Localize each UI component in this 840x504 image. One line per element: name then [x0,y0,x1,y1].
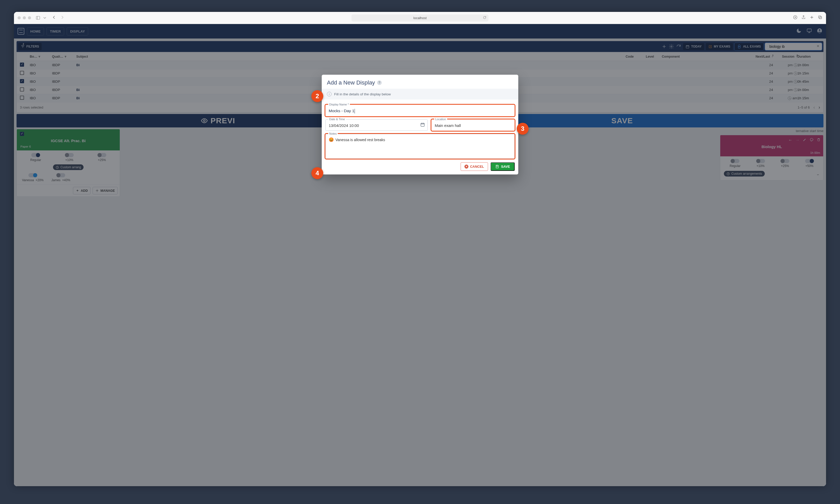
back-button[interactable] [52,15,56,21]
modal-actions: ✕ CANCEL SAVE [322,162,518,175]
svg-rect-4 [819,17,822,19]
share-icon[interactable] [801,15,806,21]
traffic-lights[interactable] [18,16,31,19]
callout-3: 3 [517,123,529,134]
emoji-icon: 😡 [329,138,334,142]
calendar-icon[interactable] [420,122,425,128]
modal-strip: i Fill in the details of the display bel… [322,89,518,100]
plus-icon[interactable] [809,15,814,21]
location-input[interactable] [435,123,511,128]
datetime-field[interactable]: Date & Time 13/04/2024 10:00 [325,120,428,131]
url-bar[interactable]: localhost [351,15,489,21]
tabs-icon[interactable] [818,15,822,21]
info-icon: i [327,92,332,96]
help-icon[interactable]: ? [377,80,382,85]
browser-chrome: localhost [14,12,826,24]
svg-rect-3 [819,16,821,18]
download-icon[interactable] [793,15,798,21]
url-text: localhost [413,16,426,20]
app: HOME TIMER DISPLAY 2 FILTERS [14,24,826,486]
forward-button[interactable] [60,15,65,21]
browser-nav [52,15,65,21]
svg-rect-0 [36,16,40,19]
display-name-field[interactable]: Display Name * Mocks - Day 1 [325,105,515,116]
notes-text: Vanessa is allowed rest breaks [335,138,385,142]
browser-window: localhost HOME TIMER DISPLAY [14,12,826,486]
svg-rect-18 [421,123,424,126]
datetime-value: 13/04/2024 10:00 [329,123,359,128]
modal-title: Add a New Display ? [322,75,518,89]
notes-field[interactable]: Notes 😡 Vanessa is allowed rest breaks [325,134,515,159]
save-button[interactable]: SAVE [491,162,515,171]
chrome-right [793,15,822,21]
sidebar-toggle[interactable] [36,16,47,20]
callout-2: 2 [311,90,323,102]
close-icon: ✕ [465,165,468,168]
modal-overlay: Add a New Display ? i Fill in the detail… [14,24,826,486]
modal-body: Display Name * Mocks - Day 1 Date & Time… [322,100,518,162]
save-icon [495,165,499,168]
chevron-down-icon[interactable] [42,16,47,20]
reload-icon[interactable] [483,16,487,20]
callout-4: 4 [311,167,323,179]
cancel-button[interactable]: ✕ CANCEL [460,162,488,171]
add-display-modal: Add a New Display ? i Fill in the detail… [322,75,518,175]
location-field[interactable]: Location [431,120,515,131]
display-name-input[interactable]: Mocks - Day 1 [329,109,355,113]
